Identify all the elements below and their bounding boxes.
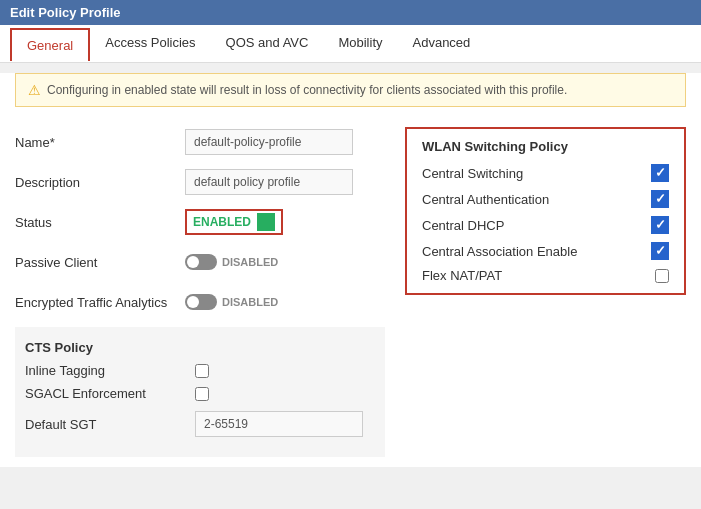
status-control[interactable]: ENABLED — [185, 209, 283, 235]
default-sgt-input[interactable] — [195, 411, 363, 437]
central-dhcp-label: Central DHCP — [422, 218, 504, 233]
flex-nat-row: Flex NAT/PAT — [422, 268, 669, 283]
status-indicator — [257, 213, 275, 231]
passive-client-row: Passive Client DISABLED — [15, 247, 385, 277]
name-label: Name* — [15, 135, 185, 150]
inline-tagging-checkbox[interactable] — [195, 364, 209, 378]
cts-section-title: CTS Policy — [25, 340, 375, 355]
wlan-row-central-auth: Central Authentication ✓ — [422, 190, 669, 208]
tab-advanced[interactable]: Advanced — [398, 25, 486, 62]
left-column: Name* Description Status ENABLED Passive… — [15, 127, 385, 457]
central-switching-label: Central Switching — [422, 166, 523, 181]
wlan-section-title: WLAN Switching Policy — [422, 139, 669, 154]
cts-section: CTS Policy Inline Tagging SGACL Enforcem… — [15, 327, 385, 457]
warning-icon: ⚠ — [28, 82, 41, 98]
status-value: ENABLED — [193, 215, 251, 229]
wlan-row-central-assoc: Central Association Enable ✓ — [422, 242, 669, 260]
sgacl-checkbox[interactable] — [195, 387, 209, 401]
warning-bar: ⚠ Configuring in enabled state will resu… — [15, 73, 686, 107]
passive-client-label: Passive Client — [15, 255, 185, 270]
toggle-switch-encrypted — [185, 294, 217, 310]
tabs-bar: General Access Policies QOS and AVC Mobi… — [0, 25, 701, 63]
tab-qos-avc[interactable]: QOS and AVC — [211, 25, 324, 62]
inline-tagging-label: Inline Tagging — [25, 363, 195, 378]
flex-nat-label: Flex NAT/PAT — [422, 268, 502, 283]
flex-nat-checkbox[interactable] — [655, 269, 669, 283]
toggle-switch-passive — [185, 254, 217, 270]
encrypted-traffic-toggle[interactable]: DISABLED — [185, 294, 278, 310]
tab-general[interactable]: General — [10, 28, 90, 61]
inline-tagging-row: Inline Tagging — [25, 363, 375, 378]
passive-client-value: DISABLED — [222, 256, 278, 268]
main-content: ⚠ Configuring in enabled state will resu… — [0, 73, 701, 467]
passive-client-toggle[interactable]: DISABLED — [185, 254, 278, 270]
central-auth-check[interactable]: ✓ — [651, 190, 669, 208]
encrypted-traffic-row: Encrypted Traffic Analytics DISABLED — [15, 287, 385, 317]
central-dhcp-check[interactable]: ✓ — [651, 216, 669, 234]
description-row: Description — [15, 167, 385, 197]
title-bar: Edit Policy Profile — [0, 0, 701, 25]
central-auth-label: Central Authentication — [422, 192, 549, 207]
central-assoc-check[interactable]: ✓ — [651, 242, 669, 260]
page-title: Edit Policy Profile — [10, 5, 121, 20]
tab-mobility[interactable]: Mobility — [323, 25, 397, 62]
description-input[interactable] — [185, 169, 353, 195]
encrypted-traffic-value: DISABLED — [222, 296, 278, 308]
wlan-row-central-dhcp: Central DHCP ✓ — [422, 216, 669, 234]
central-assoc-label: Central Association Enable — [422, 244, 577, 259]
status-label: Status — [15, 215, 185, 230]
wlan-row-central-switching: Central Switching ✓ — [422, 164, 669, 182]
tab-access-policies[interactable]: Access Policies — [90, 25, 210, 62]
wlan-switching-section: WLAN Switching Policy Central Switching … — [405, 127, 686, 295]
description-label: Description — [15, 175, 185, 190]
encrypted-traffic-label: Encrypted Traffic Analytics — [15, 295, 185, 310]
name-row: Name* — [15, 127, 385, 157]
sgacl-label: SGACL Enforcement — [25, 386, 195, 401]
name-input[interactable] — [185, 129, 353, 155]
status-row: Status ENABLED — [15, 207, 385, 237]
sgacl-row: SGACL Enforcement — [25, 386, 375, 401]
central-switching-check[interactable]: ✓ — [651, 164, 669, 182]
default-sgt-label: Default SGT — [25, 417, 195, 432]
warning-text: Configuring in enabled state will result… — [47, 83, 567, 97]
default-sgt-row: Default SGT — [25, 409, 375, 439]
